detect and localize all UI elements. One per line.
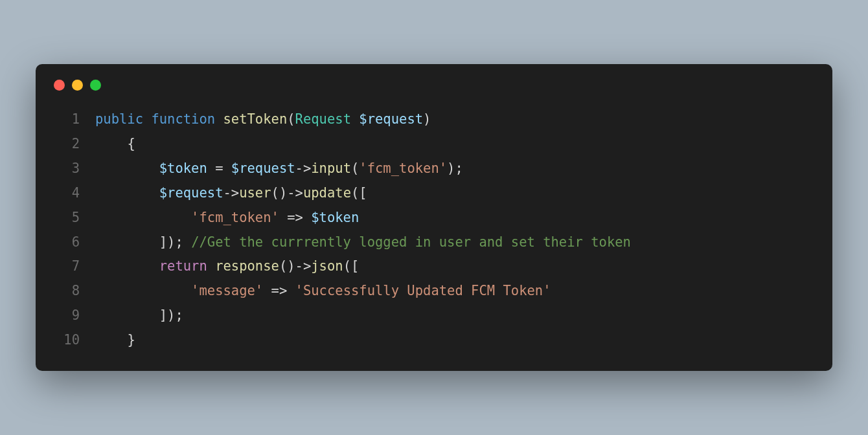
close-icon[interactable] <box>54 80 65 91</box>
line-number: 2 <box>54 132 80 157</box>
maximize-icon[interactable] <box>90 80 101 91</box>
line-number: 4 <box>54 181 80 206</box>
code-block[interactable]: 1 public function setToken(Request $requ… <box>54 107 814 353</box>
line-code: 'message' => 'Successfully Updated FCM T… <box>95 279 551 304</box>
line-number: 3 <box>54 157 80 181</box>
code-line: 2 { <box>54 132 814 157</box>
line-code: return response()->json([ <box>95 254 359 279</box>
line-number: 7 <box>54 254 80 279</box>
line-number: 5 <box>54 206 80 230</box>
line-number: 6 <box>54 230 80 255</box>
code-editor-window: 1 public function setToken(Request $requ… <box>36 64 832 371</box>
line-number: 1 <box>54 107 80 132</box>
code-line: 10 } <box>54 328 814 353</box>
line-code: $token = $request->input('fcm_token'); <box>95 157 463 181</box>
code-line: 5 'fcm_token' => $token <box>54 206 814 230</box>
line-number: 8 <box>54 279 80 304</box>
minimize-icon[interactable] <box>72 80 83 91</box>
line-code: ]); //Get the currrently logged in user … <box>95 230 631 255</box>
line-number: 10 <box>54 328 80 353</box>
code-line: 4 $request->user()->update([ <box>54 181 814 206</box>
line-code: } <box>95 328 135 353</box>
code-line: 9 ]); <box>54 304 814 328</box>
line-code: $request->user()->update([ <box>95 181 367 206</box>
line-number: 9 <box>54 304 80 328</box>
code-line: 7 return response()->json([ <box>54 254 814 279</box>
window-controls <box>54 80 814 91</box>
code-line: 6 ]); //Get the currrently logged in use… <box>54 230 814 255</box>
line-code: { <box>95 132 135 157</box>
line-code: public function setToken(Request $reques… <box>95 107 431 132</box>
code-line: 3 $token = $request->input('fcm_token'); <box>54 157 814 181</box>
line-code: ]); <box>95 304 183 328</box>
line-code: 'fcm_token' => $token <box>95 206 359 230</box>
code-line: 8 'message' => 'Successfully Updated FCM… <box>54 279 814 304</box>
code-line: 1 public function setToken(Request $requ… <box>54 107 814 132</box>
